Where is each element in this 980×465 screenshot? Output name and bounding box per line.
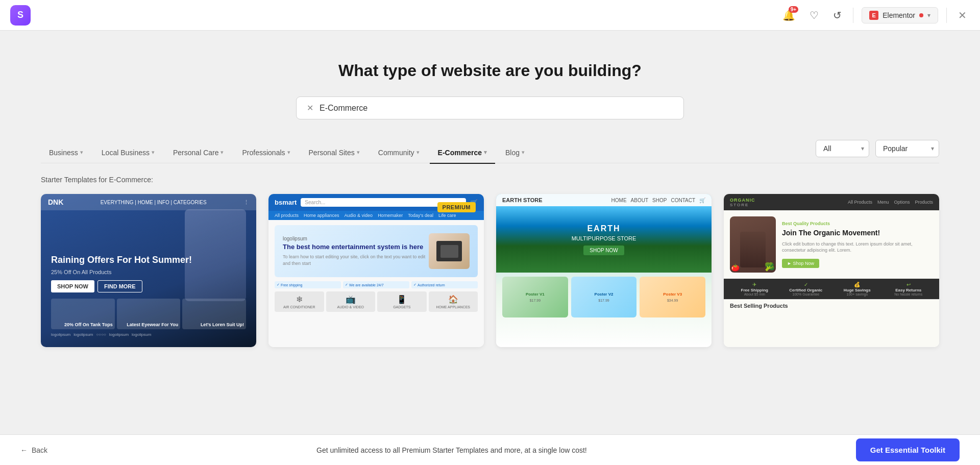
dnk-logo: DNK (48, 198, 63, 206)
organic-logo-sub: STORE (730, 203, 755, 207)
organic-footer-4: ↩ Easy Returns No hassle returns (884, 282, 934, 296)
notification-button[interactable]: 🔔 9+ (779, 6, 798, 25)
elementor-badge[interactable]: E Elementor ▾ (862, 7, 938, 23)
topbar-divider-2 (946, 8, 947, 23)
type-filter-wrapper: All Free Premium (816, 140, 869, 157)
bmart-product-2: 📺 AUDIO & VIDEO (326, 291, 376, 312)
dnk-shop-btn[interactable]: SHOP NOW (51, 280, 94, 292)
logo-icon[interactable]: S (10, 5, 31, 26)
bmart-logo: bsmart (275, 199, 297, 206)
favorites-button[interactable]: ♡ (806, 6, 822, 25)
category-tabs: Business ▾ Local Business ▾ Personal Car… (41, 142, 816, 164)
premium-badge: PREMIUM (437, 202, 476, 212)
organic-header: ORGANIC STORE All ProductsMenuOptionsPro… (724, 194, 939, 210)
organic-cta-btn[interactable]: ► Shop Now (782, 259, 819, 268)
organic-logo-area: ORGANIC STORE (730, 197, 755, 207)
dnk-brand-logos: logolipsum logolipsum ○○○○ logolipsum lo… (51, 332, 246, 337)
get-toolkit-button[interactable]: Get Essential Toolkit (856, 438, 960, 461)
tab-blog-chevron: ▾ (522, 149, 525, 156)
back-arrow-icon: ← (20, 446, 28, 454)
organic-footer: ✈ Free Shipping About $5 min ✓ Certified… (724, 279, 939, 299)
back-button[interactable]: ← Back (20, 446, 47, 454)
dnk-hero-title: Raining Offers For Hot Summer! (51, 255, 246, 266)
earth-product-1: Poster V1 $17.99 (502, 277, 568, 317)
tab-community[interactable]: Community ▾ (370, 142, 428, 164)
organic-footer-3: 💰 Huge Savings 100+ savings (832, 282, 882, 296)
bmart-hero-text: The best home entertainment system is he… (283, 242, 429, 252)
notification-badge: 9+ (789, 6, 798, 13)
bottom-bar: ← Back Get unlimited access to all Premi… (0, 434, 980, 465)
dnk-nav-icons: ⋮ (243, 199, 249, 206)
earth-hero: EARTH MULTIPURPOSE STORE SHOP NOW (496, 206, 712, 273)
tab-ecommerce-chevron: ▾ (484, 149, 487, 156)
tab-personal-sites[interactable]: Personal Sites ▾ (301, 142, 368, 164)
organic-product-image: 🥦 🍅 (730, 216, 776, 273)
promo-text: Get unlimited access to all Premium Star… (316, 446, 587, 454)
tab-community-chevron: ▾ (416, 149, 420, 156)
template-card-organic[interactable]: ORGANIC STORE All ProductsMenuOptionsPro… (724, 194, 939, 347)
earth-cta-btn[interactable]: SHOP NOW (583, 246, 624, 255)
dnk-nav-links: EVERYTHING | HOME | INFO | CATEGORIES (101, 200, 207, 205)
tab-ecommerce[interactable]: E-Commerce ▾ (430, 142, 495, 164)
earth-header: EARTH STORE HOMEABOUTSHOPCONTACT 🛒 (496, 194, 712, 206)
bmart-hero: logolipsum The best home entertainment s… (275, 225, 478, 277)
tab-business-chevron: ▾ (80, 149, 83, 156)
tab-blog[interactable]: Blog ▾ (497, 142, 533, 164)
organic-title: Join The Organic Movement! (782, 228, 933, 237)
tab-professionals-chevron: ▾ (287, 149, 290, 156)
earth-hero-sub: MULTIPURPOSE STORE (572, 235, 636, 241)
filter-selects: All Free Premium Popular Latest Alphabet… (816, 140, 939, 163)
tab-personal-care-chevron: ▾ (220, 149, 224, 156)
organic-text: Best Quality Products Join The Organic M… (782, 221, 933, 267)
type-filter-select[interactable]: All Free Premium (816, 140, 869, 157)
sort-filter-wrapper: Popular Latest Alphabetical (875, 140, 939, 157)
topbar-left: S (10, 5, 31, 26)
organic-footer-1: ✈ Free Shipping About $5 min (730, 282, 779, 296)
template-card-bmart[interactable]: PREMIUM bsmart Search... 🛒 All productsH… (268, 194, 484, 347)
dnk-overlay: Raining Offers For Hot Summer! 25% Off O… (41, 244, 256, 347)
template-card-dnk[interactable]: DNK EVERYTHING | HOME | INFO | CATEGORIE… (41, 194, 256, 347)
tab-local-business-chevron: ▾ (152, 149, 155, 156)
earth-nav: HOMEABOUTSHOPCONTACT 🛒 (611, 198, 705, 203)
organic-nav: All ProductsMenuOptionsProducts (848, 200, 933, 205)
bmart-product-3: 📱 GADGETS (377, 291, 427, 312)
earth-product-2: Poster V2 $17.99 (571, 277, 637, 317)
earth-product-3: Poster V3 $34.99 (640, 277, 705, 317)
topbar: S 🔔 9+ ♡ ↺ E Elementor ▾ ✕ (0, 0, 980, 31)
elementor-label: Elementor (883, 11, 915, 19)
organic-desc: Click edit button to change this text. L… (782, 241, 933, 254)
earth-hero-title: EARTH (587, 224, 620, 233)
dnk-find-btn[interactable]: FIND MORE (97, 280, 142, 292)
dnk-product-row: 20% Off On Tank Tops Latest Eyewear For … (51, 299, 246, 329)
tab-personal-care[interactable]: Personal Care ▾ (165, 142, 232, 164)
search-value: E-Commerce (320, 104, 673, 113)
section-label: Starter Templates for E-Commerce: (41, 176, 939, 184)
template-grid: DNK EVERYTHING | HOME | INFO | CATEGORIE… (41, 194, 939, 347)
topbar-divider (853, 8, 853, 23)
bmart-product-image (429, 233, 470, 269)
organic-tag: Best Quality Products (782, 221, 933, 226)
organic-logo: ORGANIC (730, 198, 755, 203)
topbar-right: 🔔 9+ ♡ ↺ E Elementor ▾ ✕ (779, 6, 970, 25)
organic-footer-2: ✓ Certified Organic 100% Guarantee (781, 282, 831, 296)
back-label: Back (32, 446, 47, 454)
earth-site-name: EARTH STORE (502, 197, 543, 203)
tab-professionals[interactable]: Professionals ▾ (234, 142, 298, 164)
tab-personal-sites-chevron: ▾ (357, 149, 360, 156)
bmart-products: ❄ AIR CONDITIONER 📺 AUDIO & VIDEO (275, 291, 478, 312)
sort-filter-select[interactable]: Popular Latest Alphabetical (875, 140, 939, 157)
elementor-logo: E (869, 11, 878, 20)
search-clear-button[interactable]: ✕ (307, 103, 313, 113)
page-title: What type of website are you building? (41, 61, 939, 80)
elementor-chevron-icon: ▾ (927, 12, 930, 19)
template-card-earth[interactable]: EARTH STORE HOMEABOUTSHOPCONTACT 🛒 EARTH… (496, 194, 712, 347)
tab-business[interactable]: Business ▾ (41, 142, 91, 164)
organic-bestselling-label: Best Selling Products (724, 299, 939, 312)
earth-products: Poster V1 $17.99 Poster V2 $17.99 Poster… (496, 273, 712, 322)
bmart-body: logolipsum The best home entertainment s… (268, 220, 484, 347)
bmart-product-4: 🏠 HOME APPLIANCES (429, 291, 478, 312)
refresh-button[interactable]: ↺ (830, 6, 845, 25)
dnk-nav: DNK EVERYTHING | HOME | INFO | CATEGORIE… (41, 194, 256, 210)
close-button[interactable]: ✕ (955, 6, 970, 25)
tab-local-business[interactable]: Local Business ▾ (93, 142, 163, 164)
